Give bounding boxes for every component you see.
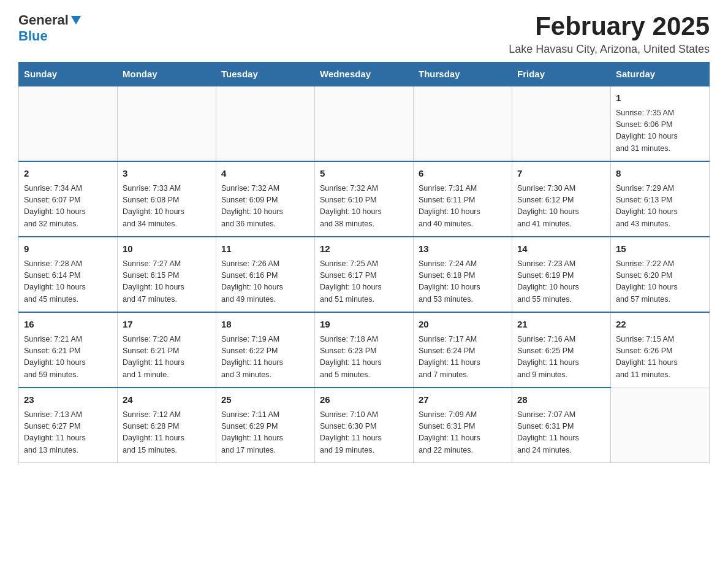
calendar-day-cell: 4Sunrise: 7:32 AM Sunset: 6:09 PM Daylig… — [216, 161, 315, 237]
calendar-day-cell: 5Sunrise: 7:32 AM Sunset: 6:10 PM Daylig… — [315, 161, 414, 237]
day-number: 9 — [24, 242, 112, 256]
day-number: 20 — [419, 318, 507, 332]
calendar-day-cell — [118, 86, 216, 161]
calendar-day-cell — [512, 86, 611, 161]
day-info: Sunrise: 7:32 AM Sunset: 6:09 PM Dayligh… — [221, 183, 309, 231]
month-title: February 2025 — [509, 12, 710, 40]
day-number: 14 — [517, 242, 605, 256]
day-number: 16 — [24, 318, 112, 332]
day-number: 11 — [221, 242, 309, 256]
calendar-table: SundayMondayTuesdayWednesdayThursdayFrid… — [18, 62, 710, 463]
day-number: 13 — [419, 242, 507, 256]
calendar-day-cell: 3Sunrise: 7:33 AM Sunset: 6:08 PM Daylig… — [118, 161, 216, 237]
calendar-col-monday: Monday — [118, 63, 216, 86]
calendar-day-cell: 10Sunrise: 7:27 AM Sunset: 6:15 PM Dayli… — [118, 237, 216, 312]
title-section: February 2025 Lake Havasu City, Arizona,… — [509, 12, 710, 56]
day-info: Sunrise: 7:09 AM Sunset: 6:31 PM Dayligh… — [419, 409, 507, 457]
calendar-day-cell: 8Sunrise: 7:29 AM Sunset: 6:13 PM Daylig… — [611, 161, 710, 237]
day-info: Sunrise: 7:11 AM Sunset: 6:29 PM Dayligh… — [221, 409, 309, 457]
calendar-day-cell: 23Sunrise: 7:13 AM Sunset: 6:27 PM Dayli… — [19, 388, 118, 463]
calendar-day-cell: 14Sunrise: 7:23 AM Sunset: 6:19 PM Dayli… — [512, 237, 611, 312]
day-number: 6 — [419, 167, 507, 181]
day-info: Sunrise: 7:25 AM Sunset: 6:17 PM Dayligh… — [320, 258, 408, 306]
day-number: 19 — [320, 318, 408, 332]
calendar-day-cell: 19Sunrise: 7:18 AM Sunset: 6:23 PM Dayli… — [315, 312, 414, 388]
calendar-day-cell: 13Sunrise: 7:24 AM Sunset: 6:18 PM Dayli… — [414, 237, 512, 312]
calendar-day-cell: 25Sunrise: 7:11 AM Sunset: 6:29 PM Dayli… — [216, 388, 315, 463]
calendar-day-cell: 27Sunrise: 7:09 AM Sunset: 6:31 PM Dayli… — [414, 388, 512, 463]
day-number: 24 — [123, 393, 211, 407]
day-info: Sunrise: 7:15 AM Sunset: 6:26 PM Dayligh… — [616, 334, 704, 381]
calendar-day-cell: 20Sunrise: 7:17 AM Sunset: 6:24 PM Dayli… — [414, 312, 512, 388]
calendar-week-row: 1Sunrise: 7:35 AM Sunset: 6:06 PM Daylig… — [19, 86, 710, 161]
calendar-week-row: 16Sunrise: 7:21 AM Sunset: 6:21 PM Dayli… — [19, 312, 710, 388]
logo-text-general: General — [18, 12, 69, 28]
day-number: 3 — [123, 167, 211, 181]
calendar-week-row: 2Sunrise: 7:34 AM Sunset: 6:07 PM Daylig… — [19, 161, 710, 237]
page-header: General Blue February 2025 Lake Havasu C… — [18, 12, 710, 56]
day-number: 25 — [221, 393, 309, 407]
calendar-col-tuesday: Tuesday — [216, 63, 315, 86]
day-info: Sunrise: 7:29 AM Sunset: 6:13 PM Dayligh… — [616, 183, 704, 231]
day-info: Sunrise: 7:18 AM Sunset: 6:23 PM Dayligh… — [320, 334, 408, 381]
day-number: 17 — [123, 318, 211, 332]
day-info: Sunrise: 7:10 AM Sunset: 6:30 PM Dayligh… — [320, 409, 408, 457]
logo-triangle-icon — [70, 13, 82, 26]
day-info: Sunrise: 7:34 AM Sunset: 6:07 PM Dayligh… — [24, 183, 112, 231]
calendar-day-cell: 2Sunrise: 7:34 AM Sunset: 6:07 PM Daylig… — [19, 161, 118, 237]
calendar-day-cell: 6Sunrise: 7:31 AM Sunset: 6:11 PM Daylig… — [414, 161, 512, 237]
calendar-day-cell: 12Sunrise: 7:25 AM Sunset: 6:17 PM Dayli… — [315, 237, 414, 312]
day-info: Sunrise: 7:22 AM Sunset: 6:20 PM Dayligh… — [616, 258, 704, 306]
calendar-col-thursday: Thursday — [414, 63, 512, 86]
day-info: Sunrise: 7:17 AM Sunset: 6:24 PM Dayligh… — [419, 334, 507, 381]
calendar-day-cell: 15Sunrise: 7:22 AM Sunset: 6:20 PM Dayli… — [611, 237, 710, 312]
location-title: Lake Havasu City, Arizona, United States — [509, 43, 710, 56]
calendar-day-cell: 17Sunrise: 7:20 AM Sunset: 6:21 PM Dayli… — [118, 312, 216, 388]
calendar-col-saturday: Saturday — [611, 63, 710, 86]
logo-text-blue: Blue — [18, 28, 48, 44]
day-number: 5 — [320, 167, 408, 181]
calendar-day-cell: 22Sunrise: 7:15 AM Sunset: 6:26 PM Dayli… — [611, 312, 710, 388]
day-info: Sunrise: 7:13 AM Sunset: 6:27 PM Dayligh… — [24, 409, 112, 457]
day-info: Sunrise: 7:24 AM Sunset: 6:18 PM Dayligh… — [419, 258, 507, 306]
logo: General Blue — [18, 12, 82, 44]
calendar-day-cell: 21Sunrise: 7:16 AM Sunset: 6:25 PM Dayli… — [512, 312, 611, 388]
day-info: Sunrise: 7:31 AM Sunset: 6:11 PM Dayligh… — [419, 183, 507, 231]
day-number: 26 — [320, 393, 408, 407]
calendar-day-cell: 16Sunrise: 7:21 AM Sunset: 6:21 PM Dayli… — [19, 312, 118, 388]
day-info: Sunrise: 7:07 AM Sunset: 6:31 PM Dayligh… — [517, 409, 605, 457]
calendar-day-cell — [216, 86, 315, 161]
day-number: 8 — [616, 167, 704, 181]
calendar-day-cell — [315, 86, 414, 161]
day-number: 10 — [123, 242, 211, 256]
calendar-week-row: 23Sunrise: 7:13 AM Sunset: 6:27 PM Dayli… — [19, 388, 710, 463]
day-info: Sunrise: 7:12 AM Sunset: 6:28 PM Dayligh… — [123, 409, 211, 457]
day-number: 2 — [24, 167, 112, 181]
day-number: 18 — [221, 318, 309, 332]
calendar-day-cell: 28Sunrise: 7:07 AM Sunset: 6:31 PM Dayli… — [512, 388, 611, 463]
day-info: Sunrise: 7:33 AM Sunset: 6:08 PM Dayligh… — [123, 183, 211, 231]
day-number: 15 — [616, 242, 704, 256]
day-number: 28 — [517, 393, 605, 407]
day-info: Sunrise: 7:32 AM Sunset: 6:10 PM Dayligh… — [320, 183, 408, 231]
day-info: Sunrise: 7:27 AM Sunset: 6:15 PM Dayligh… — [123, 258, 211, 306]
day-number: 4 — [221, 167, 309, 181]
calendar-week-row: 9Sunrise: 7:28 AM Sunset: 6:14 PM Daylig… — [19, 237, 710, 312]
day-info: Sunrise: 7:28 AM Sunset: 6:14 PM Dayligh… — [24, 258, 112, 306]
calendar-day-cell: 24Sunrise: 7:12 AM Sunset: 6:28 PM Dayli… — [118, 388, 216, 463]
day-info: Sunrise: 7:26 AM Sunset: 6:16 PM Dayligh… — [221, 258, 309, 306]
calendar-day-cell: 26Sunrise: 7:10 AM Sunset: 6:30 PM Dayli… — [315, 388, 414, 463]
day-number: 12 — [320, 242, 408, 256]
calendar-day-cell — [414, 86, 512, 161]
calendar-col-sunday: Sunday — [19, 63, 118, 86]
day-info: Sunrise: 7:35 AM Sunset: 6:06 PM Dayligh… — [616, 107, 704, 155]
calendar-day-cell: 11Sunrise: 7:26 AM Sunset: 6:16 PM Dayli… — [216, 237, 315, 312]
calendar-day-cell — [611, 388, 710, 463]
day-number: 22 — [616, 318, 704, 332]
day-info: Sunrise: 7:16 AM Sunset: 6:25 PM Dayligh… — [517, 334, 605, 381]
day-number: 27 — [419, 393, 507, 407]
calendar-day-cell: 9Sunrise: 7:28 AM Sunset: 6:14 PM Daylig… — [19, 237, 118, 312]
day-number: 1 — [616, 91, 704, 105]
day-info: Sunrise: 7:20 AM Sunset: 6:21 PM Dayligh… — [123, 334, 211, 381]
calendar-day-cell: 1Sunrise: 7:35 AM Sunset: 6:06 PM Daylig… — [611, 86, 710, 161]
